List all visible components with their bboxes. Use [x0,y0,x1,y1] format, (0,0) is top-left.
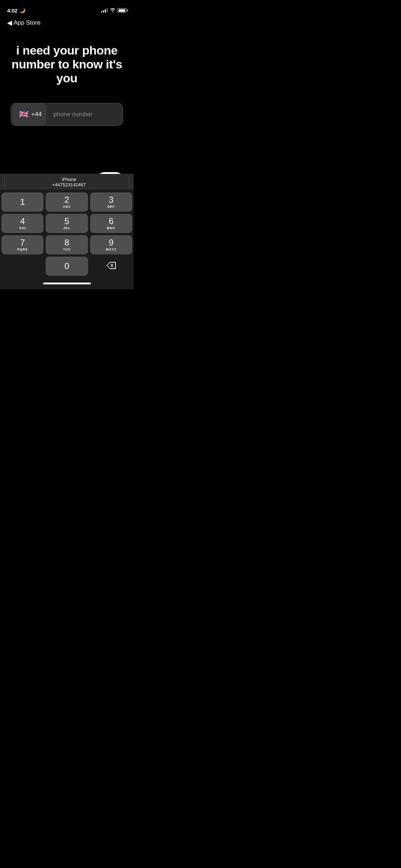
status-left: 4:02 🌙 [7,7,25,14]
key-1[interactable]: 1 [1,192,43,212]
keyboard: iPhone +447523142467 1 2 ABC 3 DEF 4 GHI… [0,174,134,289]
suggestion-right-divider [129,177,129,187]
status-right [101,8,127,13]
key-0[interactable]: 0 [46,257,88,276]
status-bar: 4:02 🌙 [0,0,134,16]
key-8[interactable]: 8 TUV [46,235,88,254]
key-delete[interactable] [90,257,132,276]
back-label: App Store [14,19,41,26]
suggestion-number: +447523142467 [52,182,86,187]
back-button[interactable]: ◀ App Store [0,16,134,29]
key-2[interactable]: 2 ABC [46,192,88,212]
delete-icon [107,262,116,271]
key-9[interactable]: 9 WXYZ [90,235,132,254]
key-6[interactable]: 6 MNO [90,214,132,233]
home-bar [43,283,91,284]
phone-input-container[interactable]: 🇬🇧 +44 [11,103,123,126]
back-arrow-icon: ◀ [7,20,12,26]
suggestion-device: iPhone [62,177,76,182]
status-time: 4:02 [7,7,17,14]
suggestion-content[interactable]: iPhone +447523142467 [9,177,129,187]
key-5[interactable]: 5 JKL [46,214,88,233]
home-indicator [0,277,134,289]
country-code: +44 [31,111,42,118]
keyboard-grid: 1 2 ABC 3 DEF 4 GHI 5 JKL 6 MNO 7 PQRS 8 [0,190,134,277]
moon-icon: 🌙 [20,8,25,13]
suggestion-left-divider [4,177,5,187]
key-7[interactable]: 7 PQRS [1,235,43,254]
country-selector[interactable]: 🇬🇧 +44 [12,103,46,125]
wifi-icon [110,8,115,13]
headline: i need your phone number to know it's yo… [11,43,123,85]
key-3[interactable]: 3 DEF [90,192,132,212]
key-empty [1,257,43,276]
battery-icon [118,8,127,12]
phone-number-input[interactable] [48,111,123,118]
main-content: i need your phone number to know it's yo… [0,29,134,133]
key-4[interactable]: 4 GHI [1,214,43,233]
country-flag: 🇬🇧 [19,110,29,118]
signal-icon [101,8,108,12]
keyboard-suggestion-bar[interactable]: iPhone +447523142467 [0,174,134,190]
